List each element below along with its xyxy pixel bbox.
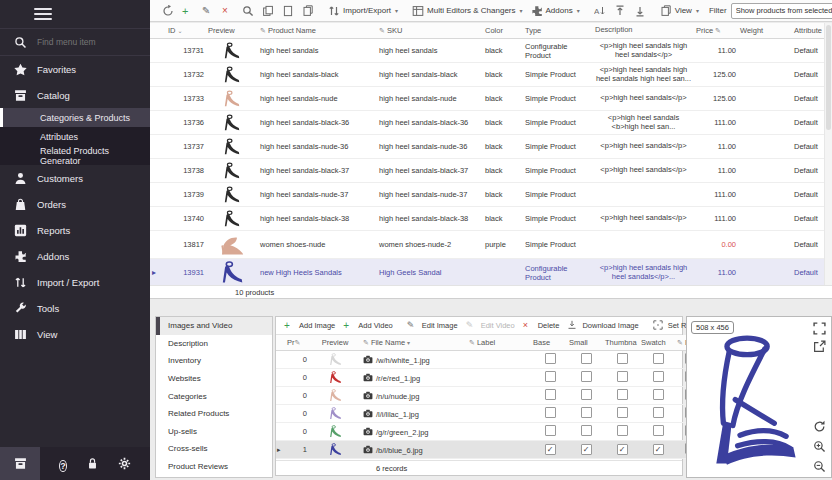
tab-inventory[interactable]: Inventory	[156, 352, 272, 370]
new-document-button[interactable]	[278, 2, 298, 20]
thumbnail-checkbox[interactable]	[617, 371, 628, 382]
sidebar-item-orders[interactable]: Orders	[0, 191, 150, 217]
copy-button[interactable]	[258, 2, 278, 20]
swatch-checkbox[interactable]	[653, 353, 664, 364]
table-row[interactable]: ▸ 13731 high heel sandals high heel sand…	[150, 39, 832, 63]
tab-related-products[interactable]: Related Products	[156, 405, 272, 423]
swatch-checkbox[interactable]	[653, 444, 664, 455]
list-item[interactable]: ▸ 0 /r/e/red_1.jpg	[276, 369, 704, 387]
table-row[interactable]: ▸ 13740 high heel sandals-black-38 high …	[150, 207, 832, 231]
tab-description[interactable]: Description	[156, 335, 272, 353]
sidebar-item-tools[interactable]: Tools	[0, 295, 150, 321]
column-header-base[interactable]: Base	[532, 335, 568, 351]
tab-categories[interactable]: Categories	[156, 387, 272, 405]
tab-images-and-video[interactable]: Images and Video	[156, 317, 272, 335]
small-checkbox[interactable]	[581, 444, 592, 455]
small-checkbox[interactable]	[581, 407, 592, 418]
base-checkbox[interactable]	[545, 389, 556, 400]
sidebar-item-related-products-generator[interactable]: Related Products Generator	[0, 146, 150, 165]
tab-product-reviews[interactable]: Product Reviews	[156, 458, 272, 476]
table-row[interactable]: ▸ 13736 high heel sandals-black-36 high …	[150, 111, 832, 135]
rotate-button[interactable]	[813, 420, 826, 433]
column-header-label[interactable]: ✎Label	[468, 335, 532, 351]
sidebar-item-favorites[interactable]: Favorites	[0, 56, 150, 82]
base-checkbox[interactable]	[545, 444, 556, 455]
list-item[interactable]: ▸ 0 /l/i/lilac_1.jpg	[276, 405, 704, 423]
base-checkbox[interactable]	[545, 371, 556, 382]
thumbnail-checkbox[interactable]	[617, 353, 628, 364]
search-products-button[interactable]	[238, 2, 258, 20]
swatch-checkbox[interactable]	[653, 407, 664, 418]
settings-button[interactable]	[118, 457, 131, 470]
filter-dropdown[interactable]: Show products from selected categories ▾	[731, 3, 832, 19]
sidebar-item-reports[interactable]: Reports	[0, 217, 150, 243]
column-header-type[interactable]: Type	[523, 23, 593, 39]
column-header-color[interactable]: Color	[483, 23, 523, 39]
edit-image-button[interactable]: ✎Edit Image	[403, 320, 462, 332]
tab-up-sells[interactable]: Up-sells	[156, 423, 272, 441]
column-header-name[interactable]: ✎Product Name	[258, 23, 377, 39]
small-checkbox[interactable]	[581, 353, 592, 364]
import-export-button[interactable]: Import/Export▾	[324, 2, 402, 20]
table-row[interactable]: ▸ 13737 high heel sandals-nude-36 high h…	[150, 135, 832, 159]
swatch-checkbox[interactable]	[653, 389, 664, 400]
delete-image-button[interactable]: ×Delete	[519, 320, 564, 332]
move-down-button[interactable]	[630, 2, 650, 20]
base-checkbox[interactable]	[545, 353, 556, 364]
column-header-file-name[interactable]: ✎File Name▾	[362, 335, 468, 351]
thumbnail-checkbox[interactable]	[617, 389, 628, 400]
column-header-weight[interactable]: Weight	[738, 23, 782, 39]
sidebar-search[interactable]	[0, 29, 150, 56]
sidebar-item-attributes[interactable]: Attributes	[0, 127, 150, 146]
open-external-button[interactable]	[813, 340, 826, 353]
sidebar-item-catalog[interactable]: Catalog	[0, 82, 150, 108]
zoom-in-button[interactable]	[813, 440, 826, 453]
small-checkbox[interactable]	[581, 425, 592, 436]
base-checkbox[interactable]	[545, 407, 556, 418]
column-header-id[interactable]: ID⌄	[166, 23, 206, 39]
download-image-button[interactable]: Download Image	[563, 320, 642, 332]
catalog-mode-button[interactable]	[0, 447, 40, 480]
add-image-button[interactable]: +Add Image	[280, 320, 339, 332]
table-row[interactable]: ▸ 13733 high heel sandals-nude high heel…	[150, 87, 832, 111]
column-header-thumbnail[interactable]: Thumbna	[604, 335, 640, 351]
menu-search-input[interactable]	[35, 36, 139, 48]
column-header-pr[interactable]: Pr✎	[286, 335, 308, 351]
list-item[interactable]: ▸ 0 /w/h/white_1.jpg	[276, 351, 704, 369]
sidebar-item-customers[interactable]: Customers	[0, 165, 150, 191]
sidebar-item-categories-products[interactable]: Categories & Products	[0, 108, 150, 127]
column-header-preview[interactable]: Preview	[308, 335, 362, 351]
list-item[interactable]: ▸ 1 /b/l/blue_6.jpg	[276, 441, 704, 459]
add-video-button[interactable]: +Add Video	[339, 320, 396, 332]
small-checkbox[interactable]	[581, 389, 592, 400]
table-row[interactable]: ▸ 13817 women shoes-nude women shoes-nud…	[150, 231, 832, 259]
sort-az-button[interactable]	[590, 2, 610, 20]
products-scrollbar[interactable]	[824, 23, 832, 285]
column-header-small[interactable]: Small	[568, 335, 604, 351]
column-header-preview[interactable]: Preview	[206, 23, 258, 39]
view-button[interactable]: View▾	[656, 2, 703, 20]
tab-cross-sells[interactable]: Cross-sells	[156, 440, 272, 458]
swatch-checkbox[interactable]	[653, 425, 664, 436]
edit-video-button[interactable]: ✎Edit Video	[462, 320, 519, 332]
table-row[interactable]: ▸ 13931 new High Heels Sandals High Geel…	[150, 259, 832, 287]
zoom-out-button[interactable]	[813, 460, 826, 473]
multi-editors-button[interactable]: Multi Editors & Changers▾	[408, 2, 527, 20]
base-checkbox[interactable]	[545, 425, 556, 436]
table-row[interactable]: ▸ 13738 high heel sandals-black-37 high …	[150, 159, 832, 183]
edit-product-button[interactable]: ✎	[198, 2, 218, 20]
list-item[interactable]: ▸ 0 /n/u/nude.jpg	[276, 387, 704, 405]
column-header-price[interactable]: Price✎	[694, 23, 738, 39]
column-header-swatch[interactable]: Swatch	[640, 335, 676, 351]
sidebar-item-addons[interactable]: Addons	[0, 243, 150, 269]
list-item[interactable]: ▸ 0 /g/r/green_2.jpg	[276, 423, 704, 441]
sidebar-item-view[interactable]: View	[0, 321, 150, 347]
move-up-button[interactable]	[610, 2, 630, 20]
sidebar-item-import-export[interactable]: Import / Export	[0, 269, 150, 295]
thumbnail-checkbox[interactable]	[617, 425, 628, 436]
fullscreen-button[interactable]	[813, 322, 826, 335]
lock-button[interactable]	[86, 457, 99, 470]
refresh-button[interactable]	[158, 2, 178, 20]
add-product-button[interactable]: +	[178, 2, 198, 20]
duplicate-button[interactable]	[298, 2, 318, 20]
